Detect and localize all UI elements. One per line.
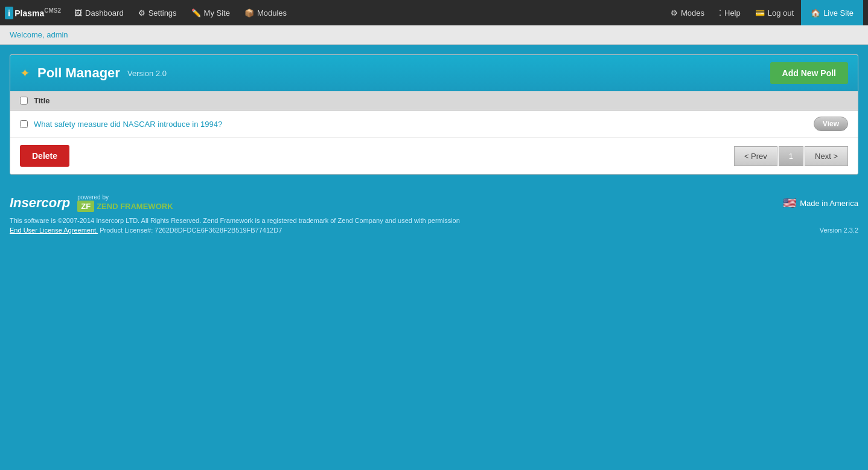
made-in-america: 🇺🇸 Made in America	[783, 196, 858, 210]
footer-version: Version 2.3.2	[820, 227, 858, 234]
eula-link[interactable]: End User License Agreement.	[10, 227, 98, 234]
select-all-checkbox[interactable]	[20, 97, 28, 105]
welcome-link[interactable]: Welcome, admin	[10, 30, 68, 39]
zend-logo-icon: ZF	[77, 201, 94, 212]
nav-dashboard[interactable]: 🖼 Dashboard	[67, 0, 131, 25]
footer-powered-area: powered by ZF ZEND FRAMEWORK	[77, 194, 173, 212]
bottom-bar: Delete < Prev 1 Next >	[10, 138, 858, 174]
us-flag-icon: 🇺🇸	[783, 196, 796, 210]
poll-manager-panel: ✦ Poll Manager Version 2.0 Add New Poll …	[10, 54, 858, 175]
modes-icon: ⚙	[671, 8, 678, 18]
panel-title: Poll Manager	[37, 65, 120, 81]
nav-modes[interactable]: ⚙ Modes	[663, 0, 712, 25]
panel-version: Version 2.0	[127, 69, 167, 78]
zend-logo: ZF ZEND FRAMEWORK	[77, 201, 173, 212]
prev-page-button[interactable]: < Prev	[734, 146, 777, 166]
footer-copyright: This software is ©2007-2014 Insercorp LT…	[10, 217, 460, 224]
star-icon: ✦	[20, 66, 30, 80]
welcome-bar: Welcome, admin	[0, 25, 868, 45]
my-site-icon: ✏️	[191, 8, 201, 18]
nav-logout[interactable]: 💳 Log out	[748, 0, 801, 25]
help-icon: ⁚	[719, 8, 721, 18]
zend-framework-text: ZEND FRAMEWORK	[97, 202, 173, 211]
footer-eula: End User License Agreement. Product Lice…	[10, 227, 460, 234]
add-new-poll-button[interactable]: Add New Poll	[770, 62, 848, 84]
poll-checkbox[interactable]	[20, 120, 28, 128]
nav-my-site[interactable]: ✏️ My Site	[184, 0, 237, 25]
logout-icon: 💳	[755, 8, 765, 18]
delete-button[interactable]: Delete	[20, 145, 69, 167]
logo-i: i	[5, 7, 13, 19]
nav-modules[interactable]: 📦 Modules	[237, 0, 294, 25]
logo-plasma: PlasmaCMS2	[14, 7, 61, 18]
view-poll-button[interactable]: View	[814, 117, 848, 131]
top-navigation: i PlasmaCMS2 🖼 Dashboard ⚙ Settings ✏️ M…	[0, 0, 868, 25]
nav-help[interactable]: ⁚ Help	[712, 0, 748, 25]
table-header: Title	[10, 91, 858, 111]
settings-icon: ⚙	[138, 8, 145, 18]
live-site-button[interactable]: 🏠 Live Site	[801, 0, 863, 25]
logo-area: i PlasmaCMS2	[5, 7, 61, 19]
nav-right: ⚙ Modes ⁚ Help 💳 Log out 🏠 Live Site	[663, 0, 863, 25]
footer: Insercorp powered by ZF ZEND FRAMEWORK 🇺…	[0, 184, 868, 243]
nav-settings[interactable]: ⚙ Settings	[131, 0, 184, 25]
pagination: < Prev 1 Next >	[734, 146, 848, 166]
modules-icon: 📦	[244, 8, 254, 18]
page-1-button[interactable]: 1	[779, 146, 803, 166]
next-page-button[interactable]: Next >	[805, 146, 848, 166]
main-content: ✦ Poll Manager Version 2.0 Add New Poll …	[0, 45, 868, 184]
home-icon: 🏠	[811, 8, 820, 18]
footer-top: Insercorp powered by ZF ZEND FRAMEWORK 🇺…	[10, 194, 858, 212]
powered-by-text: powered by	[77, 194, 173, 201]
footer-logo-area: Insercorp powered by ZF ZEND FRAMEWORK	[10, 194, 173, 212]
panel-title-area: ✦ Poll Manager Version 2.0	[20, 65, 167, 81]
poll-row-left: What safety measure did NASCAR introduce…	[20, 120, 222, 129]
panel-header: ✦ Poll Manager Version 2.0 Add New Poll	[10, 55, 858, 91]
footer-left: This software is ©2007-2014 Insercorp LT…	[10, 217, 460, 234]
poll-row: What safety measure did NASCAR introduce…	[10, 111, 858, 138]
dashboard-icon: 🖼	[74, 8, 82, 18]
title-column-header: Title	[34, 96, 50, 105]
footer-bottom: This software is ©2007-2014 Insercorp LT…	[10, 217, 858, 234]
footer-company-name: Insercorp	[10, 195, 70, 211]
poll-question-link[interactable]: What safety measure did NASCAR introduce…	[34, 120, 222, 129]
